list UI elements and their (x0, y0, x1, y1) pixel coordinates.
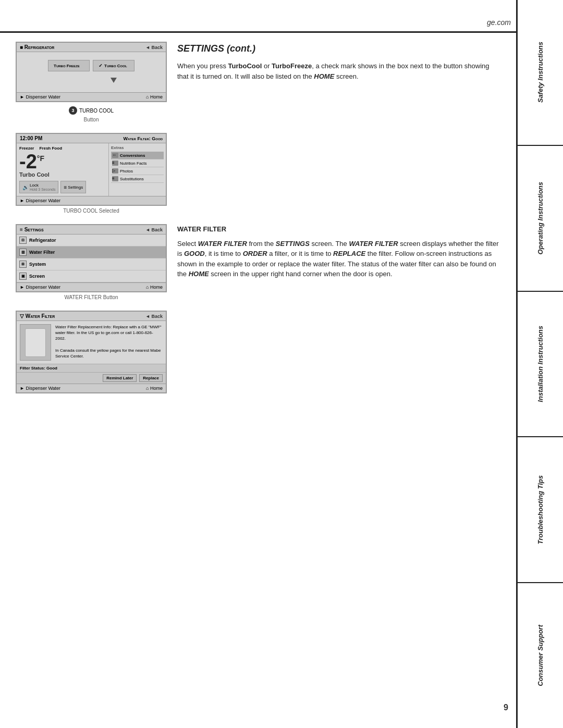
sidebar-label-troubleshooting: Troubleshooting Tips (536, 475, 545, 544)
screen3-footer-left[interactable]: ► Dispenser Water (20, 285, 60, 290)
screen3-body: ⊟ Refrigerator ▥ Water Filter ⊞ System ▣… (17, 235, 166, 282)
screen4-action-btns: Remind Later Replace (17, 372, 166, 384)
filter-status: Filter Status: Good (17, 364, 166, 372)
extras-title: Extras (111, 145, 164, 150)
sidebar-section-troubleshooting: Troubleshooting Tips (518, 437, 563, 583)
screen4-footer-right[interactable]: ⌂ Home (146, 386, 163, 391)
screen3-caption: WATER FILTER Button (16, 294, 167, 300)
replace-btn[interactable]: Replace (139, 374, 163, 382)
screen1-annotation: 3 TURBO COOL Button (16, 105, 167, 122)
screen4-body: Water Filter Replacement Info: Replace w… (17, 321, 166, 364)
settings-body-text: When you press TurboCool or TurboFreeze,… (177, 61, 500, 81)
settings-btn[interactable]: ≡ Settings (60, 181, 86, 193)
screen3-mock: ≡ Settings ◄ Back ⊟ Refrigerator ▥ Water… (16, 224, 167, 292)
screen2-section: 12:00 PM Water Filter: Good Freezer Fres… (16, 133, 500, 214)
settings-heading: SETTINGS (cont.) (177, 42, 500, 56)
settings-item-label-water-filter: Water Filter (29, 250, 55, 255)
lock-btn[interactable]: 🔊 Lock Hold 3 Seconds (19, 181, 58, 193)
screen1-footer-right[interactable]: ⌂ Home (146, 94, 163, 100)
temperature-display: -2°F (19, 152, 106, 171)
screen2-filter-status: Water Filter: Good (124, 136, 163, 141)
extras-substitutions[interactable]: ≡ Substitutions (111, 175, 164, 183)
screen2-footer-left[interactable]: ► Dispenser Water (20, 198, 60, 203)
photos-label: Photos (120, 169, 133, 174)
water-filter-section: ≡ Settings ◄ Back ⊟ Refrigerator ▥ Water… (16, 224, 500, 300)
screen1-body: Turbo Freeze Turbo Cool (17, 52, 166, 79)
screen2-time: 12:00 PM (20, 135, 42, 141)
turbo-cool-label: Turbo Cool (104, 64, 127, 68)
extras-nutrition[interactable]: ≡ Nutrition Facts (111, 159, 164, 167)
sidebar-label-consumer: Consumer Support (536, 625, 545, 686)
settings-item-system[interactable]: ⊞ System (17, 258, 166, 270)
screen2-left-panel: Freezer Fresh Food -2°F Turbo Cool 🔊 Loc… (17, 143, 108, 196)
screen2-labels: Freezer Fresh Food (19, 146, 106, 151)
screen2-right-panel: Extras ↔ Conversions ≡ Nutrition Facts ▷… (108, 143, 166, 196)
temp-unit: °F (37, 154, 44, 163)
settings-item-screen[interactable]: ▣ Screen (17, 270, 166, 282)
screen2-bottom-btns: 🔊 Lock Hold 3 Seconds ≡ Settings (19, 181, 106, 193)
screen4-right-space (177, 311, 500, 393)
remind-later-btn[interactable]: Remind Later (103, 374, 137, 382)
water-filter-heading: WATER FILTER (177, 225, 226, 233)
screen4-container: ▽ Water Filter ◄ Back Water Filter Repla… (16, 311, 167, 393)
screen2-container: 12:00 PM Water Filter: Good Freezer Fres… (16, 133, 167, 214)
settings-item-refrigerator[interactable]: ⊟ Refrigerator (17, 235, 166, 246)
turbo-cool-btn[interactable]: Turbo Cool (93, 60, 134, 71)
filter-image (20, 324, 51, 361)
nutrition-icon: ≡ (112, 161, 118, 166)
conversions-icon: ↔ (112, 153, 118, 158)
sidebar-section-operating: Operating Instructions (518, 146, 563, 292)
sidebar-section-consumer: Consumer Support (518, 583, 563, 728)
settings-label: Settings (68, 185, 83, 190)
settings-item-water-filter[interactable]: ▥ Water Filter (17, 246, 166, 258)
label-freezer: Freezer (19, 146, 34, 151)
annotation-number: 3 (69, 106, 77, 115)
water-filter-description: WATER FILTER Select WATER FILTER from th… (177, 224, 500, 300)
extras-conversions[interactable]: ↔ Conversions (111, 152, 164, 159)
screen4-title: ▽ Water Filter (20, 313, 55, 319)
top-border (0, 31, 516, 33)
screen2-footer: ► Dispenser Water (17, 196, 166, 205)
sidebar-section-safety: Safety Instructions (518, 0, 563, 146)
sidebar-label-installation: Installation Instructions (536, 326, 545, 402)
screen2-caption: TURBO COOL Selected (16, 208, 167, 214)
annotation-sub: Button (16, 117, 167, 122)
sidebar-label-safety: Safety Instructions (536, 42, 545, 103)
extras-photos[interactable]: ▷ Photos (111, 167, 164, 175)
site-url: ge.com (487, 18, 511, 27)
screen4-header: ▽ Water Filter ◄ Back (17, 312, 166, 321)
filter-icon: ▥ (19, 249, 27, 256)
screen1-back-btn[interactable]: ◄ Back (145, 45, 163, 50)
settings-item-label-system: System (29, 262, 46, 267)
hold-label: Hold 3 Seconds (30, 188, 55, 191)
turbo-freeze-label: Turbo Freeze (54, 64, 80, 68)
screen4-back-btn[interactable]: ◄ Back (145, 314, 163, 319)
screen2-mock: 12:00 PM Water Filter: Good Freezer Fres… (16, 133, 167, 206)
substitutions-label: Substitutions (120, 177, 144, 181)
screen4-footer-left[interactable]: ► Dispenser Water (20, 386, 60, 391)
screen4-footer: ► Dispenser Water ⌂ Home (17, 384, 166, 392)
settings-item-label-screen: Screen (29, 274, 45, 279)
screen1-container: ■ Refrigerator ◄ Back Turbo Freeze Turbo… (16, 42, 167, 122)
screen-icon: ▣ (19, 273, 27, 280)
screen1-title: ■ Refrigerator (20, 44, 54, 50)
system-icon: ⊞ (19, 261, 27, 268)
screen1-footer-left[interactable]: ► Dispenser Water (20, 94, 60, 100)
sidebar-label-operating: Operating Instructions (536, 182, 545, 254)
label-fresh-food: Fresh Food (39, 146, 62, 151)
turbo-cool-selected-label: Turbo Cool (19, 171, 106, 178)
screen2-body: Freezer Fresh Food -2°F Turbo Cool 🔊 Loc… (17, 143, 166, 196)
fridge-icon: ⊟ (19, 237, 27, 244)
main-content: ■ Refrigerator ◄ Back Turbo Freeze Turbo… (0, 36, 516, 728)
screen4-mock: ▽ Water Filter ◄ Back Water Filter Repla… (16, 311, 167, 393)
turbo-freeze-btn[interactable]: Turbo Freeze (48, 60, 90, 71)
screen3-footer-right[interactable]: ⌂ Home (146, 285, 163, 290)
settings-item-label-refrigerator: Refrigerator (29, 238, 56, 243)
filter-image-inner (25, 328, 46, 357)
water-filter-body: Select WATER FILTER from the SETTINGS sc… (177, 239, 500, 279)
screen1-header: ■ Refrigerator ◄ Back (17, 43, 166, 52)
screen3-back-btn[interactable]: ◄ Back (145, 227, 163, 232)
nutrition-label: Nutrition Facts (120, 161, 147, 166)
screen3-header: ≡ Settings ◄ Back (17, 225, 166, 235)
substitutions-icon: ≡ (112, 176, 118, 181)
